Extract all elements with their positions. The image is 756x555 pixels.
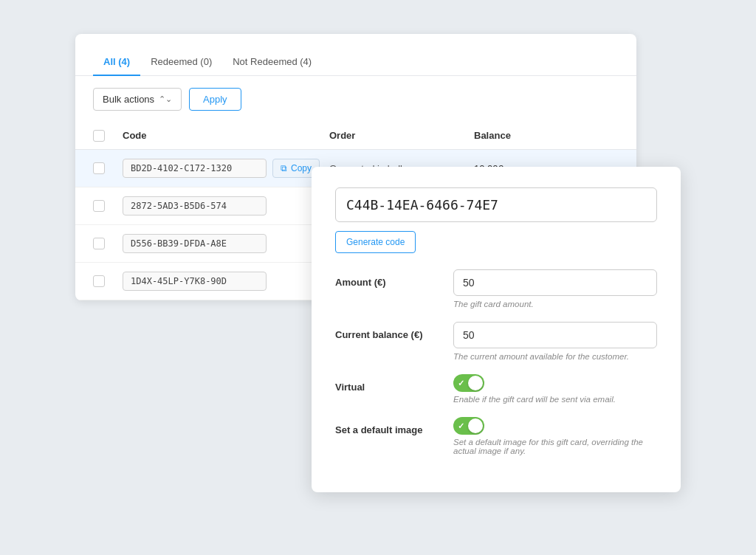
code-cell <box>123 272 329 291</box>
default-image-row: Set a default image ✓ Set a default imag… <box>335 417 657 455</box>
tab-not-redeemed[interactable]: Not Redeemed (4) <box>222 49 322 76</box>
amount-hint: The gift card amount. <box>453 300 657 308</box>
current-balance-field-area: The current amount available for the cus… <box>453 322 657 361</box>
detail-panel: Generate code Amount (€) The gift card a… <box>312 167 681 492</box>
amount-field-area: The gift card amount. <box>453 269 657 308</box>
col-order: Order <box>329 130 474 142</box>
current-balance-hint: The current amount available for the cus… <box>453 352 657 361</box>
toolbar: Bulk actions ⌃⌄ Apply <box>75 76 636 123</box>
row-checkbox[interactable] <box>93 238 123 249</box>
virtual-label: Virtual <box>335 374 453 393</box>
table-header: Code Order Balance <box>75 123 636 150</box>
tabs-container: All (4) Redeemed (0) Not Redeemed (4) <box>75 34 636 76</box>
apply-button[interactable]: Apply <box>189 88 241 111</box>
bulk-actions-dropdown[interactable]: Bulk actions ⌃⌄ <box>93 88 182 111</box>
virtual-row: Virtual ✓ Enable if the gift card will b… <box>335 374 657 404</box>
col-code: Code <box>123 130 329 142</box>
virtual-toggle-row: ✓ <box>453 374 657 392</box>
code-input[interactable] <box>123 234 267 253</box>
virtual-toggle[interactable]: ✓ <box>453 374 484 392</box>
code-input[interactable] <box>123 272 267 291</box>
amount-label: Amount (€) <box>335 269 453 288</box>
code-cell: ⧉ Copy <box>123 159 329 178</box>
tab-all[interactable]: All (4) <box>93 49 140 76</box>
default-image-hint: Set a default image for this gift card, … <box>453 438 657 455</box>
amount-input[interactable] <box>453 269 657 296</box>
tab-redeemed[interactable]: Redeemed (0) <box>140 49 222 76</box>
virtual-hint: Enable if the gift card will be sent via… <box>453 395 657 404</box>
toggle-check-icon: ✓ <box>458 379 464 388</box>
toggle-check-icon: ✓ <box>458 421 464 431</box>
code-input[interactable] <box>123 196 267 216</box>
col-balance: Balance <box>474 130 619 142</box>
generate-code-button[interactable]: Generate code <box>335 231 416 253</box>
select-all-checkbox[interactable] <box>93 130 123 142</box>
current-balance-label: Current balance (€) <box>335 322 453 340</box>
bulk-actions-label: Bulk actions <box>103 94 154 105</box>
code-cell <box>123 196 329 216</box>
virtual-field-area: ✓ Enable if the gift card will be sent v… <box>453 374 657 404</box>
default-image-field-area: ✓ Set a default image for this gift card… <box>453 417 657 455</box>
amount-row: Amount (€) The gift card amount. <box>335 269 657 308</box>
row-checkbox[interactable] <box>93 275 123 287</box>
gift-card-code-input[interactable] <box>335 187 657 222</box>
default-image-toggle[interactable]: ✓ <box>453 417 484 435</box>
default-image-toggle-row: ✓ <box>453 417 657 435</box>
default-image-label: Set a default image <box>335 417 453 435</box>
row-checkbox[interactable] <box>93 162 123 174</box>
chevron-icon: ⌃⌄ <box>159 94 172 104</box>
code-input[interactable] <box>123 159 267 178</box>
copy-icon: ⧉ <box>281 163 287 173</box>
current-balance-row: Current balance (€) The current amount a… <box>335 322 657 361</box>
row-checkbox[interactable] <box>93 200 123 212</box>
code-cell <box>123 234 329 253</box>
current-balance-input[interactable] <box>453 322 657 348</box>
